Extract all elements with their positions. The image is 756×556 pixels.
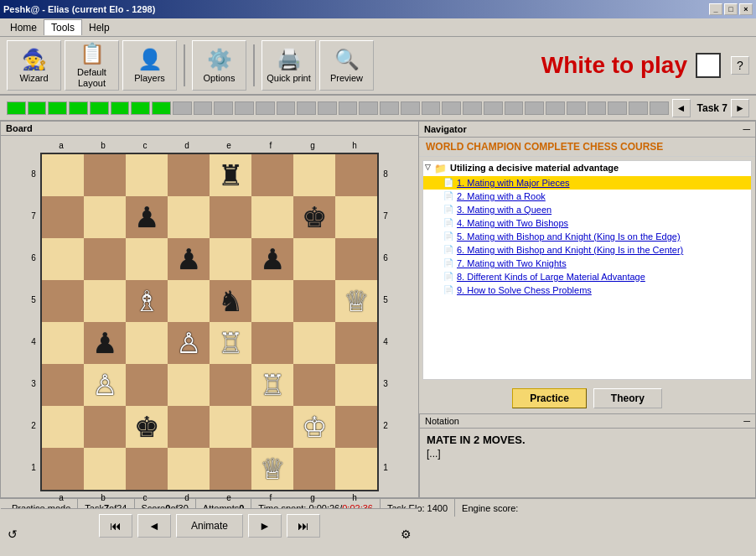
square-d7[interactable] xyxy=(168,196,210,238)
progress-cell-gray-23[interactable] xyxy=(650,101,669,115)
tree-item-item3[interactable]: 📄3. Mating with a Queen xyxy=(423,203,751,216)
square-h1[interactable] xyxy=(335,448,377,490)
square-e7[interactable] xyxy=(210,196,251,238)
progress-cell-gray-7[interactable] xyxy=(318,101,337,115)
progress-cell-gray-5[interactable] xyxy=(277,101,296,115)
square-g3[interactable] xyxy=(293,364,335,406)
tree-item-item4[interactable]: 📄4. Mating with Two Bishops xyxy=(423,216,751,230)
progress-cell-gray-3[interactable] xyxy=(235,101,254,115)
help-icon[interactable]: ? xyxy=(731,56,749,75)
square-h4[interactable] xyxy=(335,322,377,364)
square-a4[interactable] xyxy=(42,322,84,364)
square-c3[interactable] xyxy=(126,364,168,406)
square-f3[interactable]: ♖ xyxy=(251,364,293,406)
square-c7[interactable]: ♟ xyxy=(126,196,168,238)
progress-cell-green-4[interactable] xyxy=(90,101,109,115)
square-d3[interactable] xyxy=(168,364,210,406)
progress-cell-green-3[interactable] xyxy=(69,101,88,115)
square-d8[interactable] xyxy=(168,154,210,196)
navigator-minimize-button[interactable]: ─ xyxy=(743,123,750,135)
tree-item-item7[interactable]: 📄7. Mating with Two Knights xyxy=(423,257,751,270)
board-refresh-icon[interactable]: ↺ xyxy=(8,527,18,541)
square-h3[interactable] xyxy=(335,364,377,406)
square-e3[interactable] xyxy=(210,364,251,406)
square-b2[interactable] xyxy=(84,406,126,448)
tree-item-item9[interactable]: 📄9. How to Solve Chess Problems xyxy=(423,283,751,297)
square-c8[interactable] xyxy=(126,154,168,196)
square-a5[interactable] xyxy=(42,280,84,322)
square-f5[interactable] xyxy=(251,280,293,322)
practice-button[interactable]: Practice xyxy=(512,388,587,408)
tree-item-cat1[interactable]: ▽📁Utilizing a decisive material advantag… xyxy=(423,161,751,176)
square-d1[interactable] xyxy=(168,448,210,490)
tree-item-item1[interactable]: 📄1. Mating with Major Pieces xyxy=(423,176,751,190)
square-a7[interactable] xyxy=(42,196,84,238)
default-layout-button[interactable]: 📋 DefaultLayout xyxy=(65,40,119,91)
board-settings-icon[interactable]: ⚙ xyxy=(401,527,412,541)
progress-cell-gray-4[interactable] xyxy=(256,101,275,115)
next-move-button[interactable]: ► xyxy=(248,514,282,538)
preview-button[interactable]: 🔍 Preview xyxy=(319,40,374,91)
progress-cell-green-0[interactable] xyxy=(7,101,26,115)
prev-task-button[interactable]: ◄ xyxy=(672,99,691,117)
square-e8[interactable]: ♜ xyxy=(210,154,251,196)
square-b8[interactable] xyxy=(84,154,126,196)
square-c2[interactable]: ♚ xyxy=(126,406,168,448)
square-a8[interactable] xyxy=(42,154,84,196)
progress-cell-gray-22[interactable] xyxy=(629,101,648,115)
square-d6[interactable]: ♟ xyxy=(168,238,210,280)
progress-cell-green-1[interactable] xyxy=(28,101,47,115)
square-f7[interactable] xyxy=(251,196,293,238)
progress-cell-green-5[interactable] xyxy=(111,101,130,115)
square-f8[interactable] xyxy=(251,154,293,196)
progress-cell-gray-19[interactable] xyxy=(567,101,586,115)
chess-board[interactable]: ♜♟♚♟♟♗♞♕♟♙♖♙♖♚♔♕ xyxy=(40,153,379,491)
square-b5[interactable] xyxy=(84,280,126,322)
close-button[interactable]: × xyxy=(739,3,753,15)
square-f2[interactable] xyxy=(251,406,293,448)
square-g7[interactable]: ♚ xyxy=(293,196,335,238)
next-task-button[interactable]: ► xyxy=(731,99,749,117)
square-e5[interactable]: ♞ xyxy=(210,280,251,322)
square-g2[interactable]: ♔ xyxy=(293,406,335,448)
progress-cell-gray-1[interactable] xyxy=(194,101,213,115)
square-h7[interactable] xyxy=(335,196,377,238)
square-g1[interactable] xyxy=(293,448,335,490)
progress-cell-gray-6[interactable] xyxy=(297,101,316,115)
progress-cell-gray-11[interactable] xyxy=(401,101,420,115)
square-b7[interactable] xyxy=(84,196,126,238)
progress-cell-gray-14[interactable] xyxy=(463,101,482,115)
square-h2[interactable] xyxy=(335,406,377,448)
tree-item-item6[interactable]: 📄6. Mating with Bishop and Knight (King … xyxy=(423,243,751,257)
square-g6[interactable] xyxy=(293,238,335,280)
progress-cell-gray-15[interactable] xyxy=(484,101,503,115)
square-d2[interactable] xyxy=(168,406,210,448)
square-d4[interactable]: ♙ xyxy=(168,322,210,364)
square-a1[interactable] xyxy=(42,448,84,490)
progress-cell-gray-16[interactable] xyxy=(505,101,524,115)
progress-cell-gray-17[interactable] xyxy=(525,101,544,115)
square-g8[interactable] xyxy=(293,154,335,196)
square-e1[interactable] xyxy=(210,448,251,490)
tree-item-item2[interactable]: 📄2. Mating with a Rook xyxy=(423,190,751,203)
square-f4[interactable] xyxy=(251,322,293,364)
minimize-button[interactable]: _ xyxy=(709,3,722,15)
progress-cell-gray-21[interactable] xyxy=(608,101,627,115)
progress-cell-gray-20[interactable] xyxy=(588,101,607,115)
square-g4[interactable] xyxy=(293,322,335,364)
square-b3[interactable]: ♙ xyxy=(84,364,126,406)
square-h5[interactable]: ♕ xyxy=(335,280,377,322)
square-g5[interactable] xyxy=(293,280,335,322)
animate-button[interactable]: Animate xyxy=(176,514,243,538)
square-h6[interactable] xyxy=(335,238,377,280)
progress-cell-gray-8[interactable] xyxy=(339,101,358,115)
progress-cell-gray-18[interactable] xyxy=(546,101,565,115)
progress-cell-gray-12[interactable] xyxy=(422,101,441,115)
progress-cell-green-6[interactable] xyxy=(131,101,150,115)
square-c4[interactable] xyxy=(126,322,168,364)
square-e6[interactable] xyxy=(210,238,251,280)
square-c1[interactable] xyxy=(126,448,168,490)
progress-cell-gray-2[interactable] xyxy=(214,101,233,115)
prev-move-button[interactable]: ◄ xyxy=(137,514,171,538)
square-e4[interactable]: ♖ xyxy=(210,322,251,364)
